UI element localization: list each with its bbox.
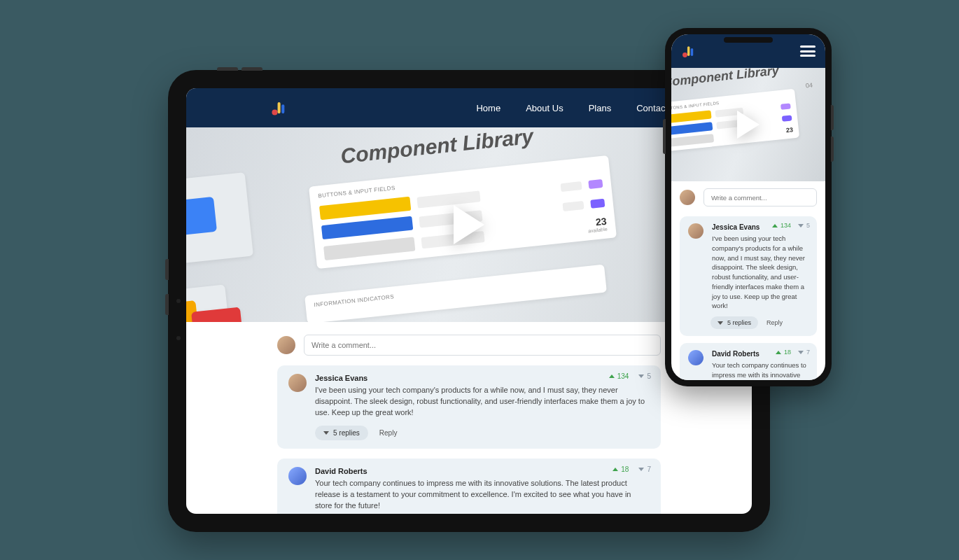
chevron-down-icon [798,351,804,354]
avatar [688,350,704,365]
svg-rect-4 [687,46,690,56]
comment-author: David Roberts [315,467,650,475]
replies-count: 5 replies [333,429,360,437]
svg-point-3 [682,52,687,57]
comment-author: Jessica Evans [315,374,650,382]
tablet-top-button [241,67,262,71]
nav-link-home[interactable]: Home [476,103,500,113]
hero-mock-tile [186,172,253,265]
upvote-button[interactable]: 18 [612,465,629,473]
replies-toggle[interactable]: 5 replies [315,426,368,440]
downvote-button[interactable]: 5 [638,372,651,380]
tablet-side-button [165,294,169,315]
brand-logo-icon [681,43,696,59]
hero-video[interactable]: Component Library 04 BUTTONS & INPUT FIE… [671,68,825,181]
upvote-button[interactable]: 18 [776,349,791,356]
comment-composer [277,335,661,356]
downvote-count: 5 [806,222,810,229]
svg-rect-2 [281,104,284,113]
comment-input[interactable] [704,188,817,206]
comment-text: I've been using your tech company's prod… [315,385,650,419]
tablet-top-button [217,67,238,71]
comment-text: Your tech company continues to impress m… [712,360,808,380]
upvote-count: 18 [784,349,791,356]
hero-buttons-card: BUTTONS & INPUT FIELDS 23 [671,89,799,153]
hamburger-menu-icon[interactable] [800,46,816,57]
comment-card: 134 5 Jessica Evans I've been using your… [277,365,661,449]
comment-composer [680,188,817,206]
comment-card: 18 7 David Roberts Your tech company con… [277,458,661,514]
avatar [288,374,307,392]
hero-title: Component Library [340,127,535,168]
upvote-button[interactable]: 134 [609,372,629,380]
downvote-button[interactable]: 7 [798,349,810,356]
chevron-down-icon [638,468,644,471]
nav-link-contact[interactable]: Contact [636,103,668,113]
phone-side-button [831,136,834,162]
chevron-down-icon [718,321,723,325]
upvote-button[interactable]: 134 [772,222,791,229]
comments-feed: 134 5 Jessica Evans I've been using your… [671,181,825,380]
hero-section-label: INFORMATION INDICATORS [314,272,597,308]
svg-rect-5 [691,48,693,56]
chevron-up-icon [612,468,618,471]
hero-page-index: 04 [805,82,813,90]
nav-link-about[interactable]: About Us [526,103,563,113]
avatar [277,336,295,354]
comment-card: 18 7 David Roberts Your tech company con… [680,343,817,380]
chevron-up-icon [772,224,778,227]
avatar [288,467,307,485]
reply-button[interactable]: Reply [766,319,783,326]
upvote-count: 18 [621,465,629,473]
downvote-button[interactable]: 7 [638,465,651,473]
upvote-count: 134 [780,222,791,229]
avatar [680,190,695,205]
comment-text: Your tech company continues to impress m… [315,478,650,512]
tablet-camera-dot [176,336,181,340]
reply-button[interactable]: Reply [379,429,398,437]
replies-count: 5 replies [727,319,751,326]
chevron-down-icon [798,224,804,227]
phone-device-frame: Component Library 04 BUTTONS & INPUT FIE… [665,28,832,386]
svg-point-0 [272,109,277,115]
chevron-up-icon [776,351,781,354]
replies-toggle[interactable]: 5 replies [710,316,758,329]
hero-title: Component Library [671,68,780,90]
phone-notch [724,37,773,43]
tablet-camera-dot [176,299,181,303]
comment-text: I've been using your tech company's prod… [712,234,808,311]
phone-screen: Component Library 04 BUTTONS & INPUT FIE… [671,34,825,380]
comment-input[interactable] [304,335,661,356]
hero-badge-subtext: available [588,227,608,234]
chevron-down-icon [638,374,644,378]
downvote-count: 7 [647,465,651,473]
chevron-down-icon [323,431,329,435]
downvote-button[interactable]: 5 [798,222,810,229]
chevron-up-icon [609,374,615,378]
comment-card: 134 5 Jessica Evans I've been using your… [680,216,817,336]
nav-link-plans[interactable]: Plans [589,103,612,113]
phone-side-button [663,119,666,154]
upvote-count: 134 [617,372,629,380]
svg-rect-1 [278,102,281,113]
downvote-count: 5 [647,372,651,380]
downvote-count: 7 [806,349,810,356]
hero-indicators-card: INFORMATION INDICATORS [304,265,607,322]
avatar [688,223,704,239]
play-icon[interactable] [737,111,760,139]
play-icon[interactable] [454,205,484,244]
tablet-side-button [165,259,169,280]
phone-side-button [831,105,834,130]
brand-logo-icon [270,99,288,117]
hero-badge-count: 23 [785,126,793,134]
